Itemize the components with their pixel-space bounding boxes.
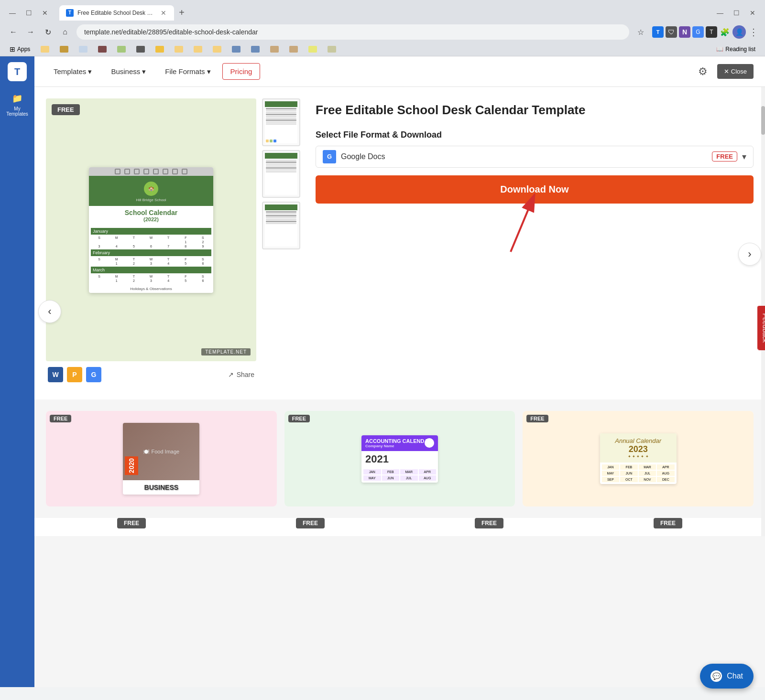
download-button[interactable]: Download Now xyxy=(316,175,754,204)
chevron-icon: ▾ xyxy=(742,151,746,162)
calendar-illustration: 🏫 Hill Bridge School School Calendar (20… xyxy=(89,167,213,293)
top-nav: Templates ▾ Business ▾ File Formats ▾ Pr… xyxy=(34,56,765,87)
maximize-button[interactable]: ☐ xyxy=(22,6,35,20)
close-window-button[interactable]: ✕ xyxy=(38,6,52,20)
tab-bar: T Free Editable School Desk Calen... ✕ + xyxy=(55,5,192,21)
bottom-free-badge-1: FREE xyxy=(117,518,146,528)
bookmark-6[interactable] xyxy=(132,45,149,54)
bottom-free-item-4: FREE xyxy=(582,518,754,528)
thumbnail-2[interactable] xyxy=(262,150,300,198)
bookmark-15[interactable] xyxy=(305,45,321,54)
nav-item-file-formats[interactable]: File Formats ▾ xyxy=(157,64,218,80)
nav-controls: ← → ↻ ⌂ xyxy=(6,24,73,40)
chevron-down-icon-3: ▾ xyxy=(207,67,211,76)
bookmark-11[interactable] xyxy=(228,45,244,54)
feedback-tab[interactable]: Feedback xyxy=(757,305,765,350)
thumbnail-1[interactable] xyxy=(262,98,300,146)
minimize-button[interactable]: — xyxy=(6,6,19,20)
nav-item-pricing[interactable]: Pricing xyxy=(222,63,261,80)
n-ext[interactable]: N xyxy=(679,26,690,38)
bookmark-9[interactable] xyxy=(190,45,206,54)
bookmark-10[interactable] xyxy=(209,45,225,54)
card-3[interactable]: FREE Annual Calendar 2023 ✦ ✦ ✦ ✦ ✦ JANF… xyxy=(523,411,754,506)
acc-header-text: ACCOUNTING CALENDAR xyxy=(365,438,434,444)
calendar-title: School Calendar (2022) xyxy=(89,206,213,225)
folder-icon: 📁 xyxy=(11,93,23,104)
docs-format-icon[interactable]: G xyxy=(86,367,101,382)
thumbnail-3[interactable] xyxy=(262,202,300,249)
active-tab[interactable]: T Free Editable School Desk Calen... ✕ xyxy=(59,5,174,21)
right-panel: Free Editable School Desk Calendar Templ… xyxy=(316,98,754,388)
reload-button[interactable]: ↻ xyxy=(40,24,55,40)
card-2[interactable]: FREE ACCOUNTING CALENDAR Company Name ⚙ … xyxy=(284,411,515,506)
sidebar-item-my-templates[interactable]: 📁 My Templates xyxy=(4,89,31,120)
reading-list-label: Reading list xyxy=(725,46,755,53)
reading-list-button[interactable]: 📖 Reading list xyxy=(712,45,759,54)
window-close-right[interactable]: ✕ xyxy=(746,6,759,20)
close-button[interactable]: ✕ Close xyxy=(717,64,754,79)
bookmark-5[interactable] xyxy=(113,45,130,54)
settings-button[interactable]: ⚙ xyxy=(694,63,711,80)
apps-label: Apps xyxy=(17,46,30,53)
bookmark-4[interactable] xyxy=(94,45,110,54)
bookmark-8[interactable] xyxy=(171,45,187,54)
template-title: Free Editable School Desk Calendar Templ… xyxy=(316,102,754,118)
chat-icon: 💬 xyxy=(710,670,722,682)
bookmark-3[interactable] xyxy=(75,45,91,54)
dots-menu[interactable]: ⋮ xyxy=(748,26,759,38)
extension-icons: T 🛡 N G T 🧩 👤 ⋮ xyxy=(652,25,759,39)
new-tab-button[interactable]: + xyxy=(175,6,188,20)
feedback-label: Feedback xyxy=(761,313,765,342)
window-minimize-right[interactable]: — xyxy=(713,6,727,20)
tab-close-button[interactable]: ✕ xyxy=(160,9,167,17)
share-button[interactable]: ↗ Share xyxy=(228,371,254,378)
url-input[interactable] xyxy=(76,24,629,40)
address-bar: ← → ↻ ⌂ ☆ T 🛡 N G T 🧩 👤 ⋮ xyxy=(0,22,765,43)
chat-button[interactable]: 💬 Chat xyxy=(700,664,754,689)
profile-icon[interactable]: 👤 xyxy=(732,25,746,39)
bookmark-2[interactable] xyxy=(56,45,72,54)
t-ext[interactable]: T xyxy=(706,26,717,38)
preview-toolbar: W P G ↗ Share xyxy=(46,361,256,388)
bookmark-13[interactable] xyxy=(266,45,283,54)
scroll-thumb[interactable] xyxy=(761,106,765,135)
left-chevron-icon: ‹ xyxy=(48,305,51,318)
card-1[interactable]: FREE 🍽️ Food Image 2020 BUSINESS xyxy=(46,411,277,506)
bookmark-7[interactable] xyxy=(152,45,168,54)
free-badge: FREE xyxy=(52,104,80,115)
g-ext[interactable]: G xyxy=(692,26,704,38)
translate-ext[interactable]: T xyxy=(652,26,664,38)
sidebar-item-label: My Templates xyxy=(6,106,28,117)
annual-title: Annual Calendar xyxy=(604,437,673,444)
puzzle-ext[interactable]: 🧩 xyxy=(719,26,731,38)
word-format-icon[interactable]: W xyxy=(48,367,63,382)
next-arrow[interactable]: › xyxy=(738,243,761,266)
pages-format-icon[interactable]: P xyxy=(67,367,82,382)
bottom-free-badge-3: FREE xyxy=(475,518,503,528)
bottom-free-badge-4: FREE xyxy=(654,518,682,528)
format-selector[interactable]: G Google Docs FREE ▾ xyxy=(316,146,754,168)
school-name: Hill Bridge School xyxy=(93,198,209,202)
home-button[interactable]: ⌂ xyxy=(57,24,73,40)
main-content: Templates ▾ Business ▾ File Formats ▾ Pr… xyxy=(34,56,765,687)
bookmark-12[interactable] xyxy=(247,45,263,54)
prev-arrow[interactable]: ‹ xyxy=(38,300,61,323)
back-button[interactable]: ← xyxy=(6,24,21,40)
main-preview-image: FREE 🏫 Hill Bridge Schoo xyxy=(46,98,256,361)
window-maximize-right[interactable]: ☐ xyxy=(730,6,743,20)
browser-chrome: — ☐ ✕ T Free Editable School Desk Calen.… xyxy=(0,0,765,56)
nav-item-templates[interactable]: Templates ▾ xyxy=(46,64,99,80)
forward-button[interactable]: → xyxy=(23,24,38,40)
close-icon: ✕ xyxy=(724,68,729,75)
apps-bookmark[interactable]: ⊞ Apps xyxy=(6,44,34,54)
bottom-free-item-1: FREE xyxy=(46,518,217,528)
bookmark-button[interactable]: ☆ xyxy=(633,24,648,40)
shield-ext[interactable]: 🛡 xyxy=(666,26,677,38)
watermark-label: TEMPLATE.NET xyxy=(201,348,251,355)
bookmark-1[interactable] xyxy=(37,45,53,54)
annual-calendar: Annual Calendar 2023 ✦ ✦ ✦ ✦ ✦ JANFEB MA… xyxy=(600,433,677,484)
nav-item-business[interactable]: Business ▾ xyxy=(103,64,153,80)
bottom-free-item-3: FREE xyxy=(404,518,575,528)
bookmark-16[interactable] xyxy=(324,45,340,54)
bookmark-14[interactable] xyxy=(285,45,302,54)
